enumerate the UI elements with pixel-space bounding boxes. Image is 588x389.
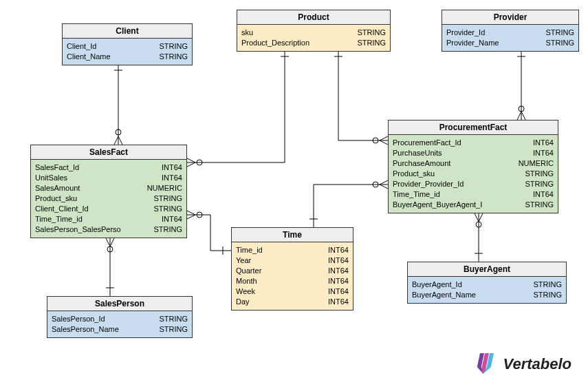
- field-row: PurchaseUnitsINT64: [393, 148, 554, 158]
- entity-time-body: Time_idINT64 YearINT64 QuarterINT64 Mont…: [232, 242, 353, 310]
- field-type: STRING: [545, 38, 574, 48]
- field-name: Client_Name: [67, 52, 116, 62]
- entity-product: Product skuSTRING Product_DescriptionSTR…: [237, 10, 391, 52]
- entity-salesfact-title: SalesFact: [31, 145, 186, 160]
- field-name: Month: [236, 276, 263, 286]
- field-row: SalesAmountNUMERIC: [35, 183, 182, 193]
- field-type: INT64: [162, 162, 182, 173]
- entity-salesperson-title: SalesPerson: [47, 297, 192, 311]
- field-row: PurchaseAmountNUMERIC: [393, 158, 554, 169]
- field-type: INT64: [162, 173, 182, 183]
- entity-provider-body: Provider_IdSTRING Provider_NameSTRING: [442, 25, 578, 51]
- field-type: INT64: [162, 214, 182, 224]
- field-row: DayINT64: [236, 297, 349, 307]
- field-type: STRING: [153, 193, 182, 204]
- svg-point-1: [197, 160, 202, 165]
- entity-client-body: Client_IdSTRING Client_NameSTRING: [63, 39, 192, 65]
- vertabelo-logo-text: Vertabelo: [503, 355, 571, 373]
- entity-product-body: skuSTRING Product_DescriptionSTRING: [237, 25, 390, 51]
- field-type: STRING: [533, 290, 562, 300]
- field-type: NUMERIC: [519, 158, 554, 169]
- field-type: INT64: [328, 286, 349, 297]
- field-row: Time_Time_idINT64: [35, 214, 182, 224]
- field-type: STRING: [159, 324, 188, 335]
- entity-buyeragent-body: BuyerAgent_IdSTRING BuyerAgent_NameSTRIN…: [408, 277, 566, 303]
- field-row: Client_Client_IdSTRING: [35, 204, 182, 214]
- field-row: SalesPerson_SalesPersoSTRING: [35, 224, 182, 235]
- field-name: ProcurementFact_Id: [393, 138, 467, 148]
- entity-buyeragent: BuyerAgent BuyerAgent_IdSTRING BuyerAgen…: [407, 262, 567, 304]
- field-name: Time_Time_id: [35, 214, 88, 224]
- field-name: Year: [236, 255, 257, 266]
- entity-salesfact: SalesFact SalesFact_IdINT64 UnitSalesINT…: [30, 145, 187, 238]
- field-name: BuyerAgent_Name: [412, 290, 481, 300]
- field-name: PurchaseAmount: [393, 158, 456, 169]
- field-row: Time_Time_idINT64: [393, 189, 554, 200]
- field-type: STRING: [545, 28, 574, 38]
- field-row: SalesPerson_NameSTRING: [52, 324, 188, 335]
- field-name: PurchaseUnits: [393, 148, 448, 158]
- field-row: Product_skuSTRING: [393, 169, 554, 179]
- field-type: INT64: [533, 189, 554, 200]
- field-row: Provider_IdSTRING: [446, 28, 574, 38]
- field-row: BuyerAgent_NameSTRING: [412, 290, 562, 300]
- field-name: Provider_Name: [446, 38, 504, 48]
- field-type: INT64: [328, 276, 349, 286]
- field-name: SalesFact_Id: [35, 162, 85, 173]
- field-name: Quarter: [236, 266, 267, 276]
- field-type: STRING: [533, 280, 562, 290]
- entity-product-title: Product: [237, 10, 390, 25]
- field-name: SalesAmount: [35, 183, 85, 193]
- field-type: STRING: [159, 41, 188, 52]
- field-type: STRING: [525, 200, 554, 210]
- field-name: SalesPerson_SalesPerso: [35, 224, 127, 235]
- field-row: SalesFact_IdINT64: [35, 162, 182, 173]
- field-name: Client_Id: [67, 41, 102, 52]
- svg-point-5: [519, 106, 524, 112]
- field-row: UnitSalesINT64: [35, 173, 182, 183]
- field-row: Provider_Provider_IdSTRING: [393, 179, 554, 189]
- field-row: Provider_NameSTRING: [446, 38, 574, 48]
- field-type: INT64: [328, 266, 349, 276]
- field-row: BuyerAgent_IdSTRING: [412, 280, 562, 290]
- field-type: STRING: [153, 224, 182, 235]
- field-row: YearINT64: [236, 255, 349, 266]
- field-row: ProcurementFact_IdINT64: [393, 138, 554, 148]
- field-type: STRING: [357, 38, 386, 48]
- field-name: UnitSales: [35, 173, 73, 183]
- field-name: Time_id: [236, 245, 268, 255]
- field-name: Provider_Id: [446, 28, 490, 38]
- entity-procurementfact-body: ProcurementFact_IdINT64 PurchaseUnitsINT…: [389, 135, 558, 213]
- field-name: Product_Description: [241, 38, 315, 48]
- field-type: STRING: [525, 179, 554, 189]
- field-row: Time_idINT64: [236, 245, 349, 255]
- field-row: BuyerAgent_BuyerAgent_ISTRING: [393, 200, 554, 210]
- field-row: Product_skuSTRING: [35, 193, 182, 204]
- field-name: Day: [236, 297, 255, 307]
- field-row: Client_IdSTRING: [67, 41, 188, 52]
- field-row: SalesPerson_IdSTRING: [52, 314, 188, 324]
- entity-procurementfact: ProcurementFact ProcurementFact_IdINT64 …: [388, 120, 558, 213]
- svg-point-3: [107, 246, 113, 252]
- field-type: STRING: [159, 314, 188, 324]
- entity-buyeragent-title: BuyerAgent: [408, 262, 566, 277]
- entity-client-title: Client: [63, 24, 192, 39]
- field-type: STRING: [357, 28, 386, 38]
- field-type: INT64: [533, 148, 554, 158]
- field-type: INT64: [328, 297, 349, 307]
- entity-time: Time Time_idINT64 YearINT64 QuarterINT64…: [231, 227, 353, 311]
- field-name: BuyerAgent_Id: [412, 280, 468, 290]
- field-type: INT64: [533, 138, 554, 148]
- entity-time-title: Time: [232, 228, 353, 242]
- field-name: Product_sku: [393, 169, 440, 179]
- entity-procurementfact-title: ProcurementFact: [389, 120, 558, 135]
- svg-point-7: [476, 222, 481, 227]
- field-name: BuyerAgent_BuyerAgent_I: [393, 200, 488, 210]
- entity-salesfact-body: SalesFact_IdINT64 UnitSalesINT64 SalesAm…: [31, 160, 186, 238]
- field-name: SalesPerson_Id: [52, 314, 111, 324]
- field-type: INT64: [328, 255, 349, 266]
- vertabelo-logo: Vertabelo: [473, 353, 571, 375]
- entity-provider-title: Provider: [442, 10, 578, 25]
- svg-point-0: [116, 129, 121, 135]
- entity-provider: Provider Provider_IdSTRING Provider_Name…: [442, 10, 579, 52]
